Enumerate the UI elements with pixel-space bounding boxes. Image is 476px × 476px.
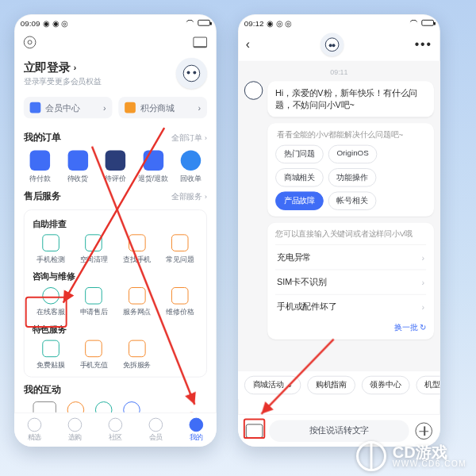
group-consult-title: 咨询与维修 <box>33 271 199 282</box>
nav-community[interactable]: 社区 <box>109 417 123 442</box>
chat-timestamp: 09:11 <box>244 69 434 77</box>
wifi-icon <box>186 20 194 26</box>
order-pending-review[interactable]: 待评价 <box>99 151 132 184</box>
greeting-bubble: Hi，亲爱的V粉，新年快乐！有什么问题，不妨问问小V吧~ <box>267 81 434 117</box>
status-bar: 09:09 ◉ ◉ ◎ <box>14 14 217 32</box>
group-selfcheck-title: 自助排查 <box>33 218 199 230</box>
order-refund[interactable]: 退货/退款 <box>136 151 169 184</box>
member-center-card[interactable]: 会员中心 › <box>24 97 113 118</box>
battery-icon <box>421 20 434 26</box>
wifi-icon <box>410 20 418 26</box>
watermark: CD游戏 WWW.CD6.COM <box>356 441 466 471</box>
watermark-site: WWW.CD6.COM <box>393 460 466 468</box>
pill-compare[interactable]: 机型对比 <box>416 376 440 395</box>
self-find-phone[interactable]: 查找手机 <box>115 234 158 264</box>
chip-function[interactable]: 功能操作 <box>328 168 377 187</box>
points-mall-card[interactable]: 积分商城 › <box>118 97 207 118</box>
repair-price[interactable]: 维修价格 <box>159 287 202 317</box>
orders-title: 我的订单 <box>24 131 61 144</box>
avatar[interactable] <box>176 58 207 89</box>
service-outlets[interactable]: 服务网点 <box>115 287 158 317</box>
order-pending-pay[interactable]: 待付款 <box>24 151 56 184</box>
login-subtitle: 登录享受更多会员权益 <box>24 76 102 87</box>
phone-right-chatbot: 09:12 ◉ ◎ ◎ ‹ ••• 09:11 Hi，亲爱的V粉，新年快乐！有什… <box>238 14 440 447</box>
quick-pill-row[interactable]: 商城活动 ⌄ 购机指南 领券中心 机型对比 以 <box>238 370 440 399</box>
aftersale-card: 自助排查 手机检测 空间清理 查找手机 常见问题 咨询与维修 在线客服 申请售后… <box>24 209 207 378</box>
order-pending-receive[interactable]: 待收货 <box>61 151 94 184</box>
chip-fault[interactable]: 产品故障 <box>275 191 324 210</box>
order-recycle[interactable]: 回收单 <box>175 151 207 184</box>
status-time: 09:09 <box>21 18 40 27</box>
faq-broken[interactable]: 手机或配件坏了› <box>275 294 426 319</box>
watermark-brand: CD游戏 <box>393 444 466 460</box>
self-faq[interactable]: 常见问题 <box>159 234 202 264</box>
faq-refresh[interactable]: 换一批 ↻ <box>275 319 426 333</box>
self-phone-check[interactable]: 手机检测 <box>29 234 72 264</box>
nav-vip[interactable]: 会员 <box>149 417 163 442</box>
aftersale-more[interactable]: 全部服务 › <box>171 191 207 202</box>
hold-to-talk-button[interactable]: 按住说话转文字 <box>269 420 409 441</box>
apply-aftersale[interactable]: 申请售后 <box>72 287 115 317</box>
battery-icon <box>198 20 210 26</box>
chip-account[interactable]: 帐号相关 <box>328 191 377 210</box>
cart-icon[interactable] <box>193 36 207 48</box>
free-film[interactable]: 免费贴膜 <box>29 340 72 370</box>
faq-charge[interactable]: 充电异常› <box>275 244 426 269</box>
capability-card: 看看全能的小V都能解决什么问题吧~ 热门问题 OriginOS 商城相关 功能操… <box>267 123 434 217</box>
chat-bot-avatar <box>321 33 344 56</box>
nav-profile[interactable]: 我的 <box>190 417 204 442</box>
chips-label: 看看全能的小V都能解决什么问题吧~ <box>277 129 424 140</box>
pill-buy-guide[interactable]: 购机指南 <box>307 376 355 395</box>
back-chevron-icon[interactable]: ‹ <box>246 37 250 52</box>
phone-left-profile: 09:09 ◉ ◉ ◎ 立即登录 › 登录享受更多会员权益 会员中心 › <box>14 14 217 447</box>
faq-sim[interactable]: SIM卡不识别› <box>275 269 426 294</box>
status-bar: 09:12 ◉ ◎ ◎ <box>238 14 440 32</box>
bot-mini-avatar <box>244 81 263 100</box>
settings-gear-icon[interactable] <box>24 36 36 48</box>
nav-shop[interactable]: 选购 <box>68 417 83 442</box>
faq-card: 您可以直接输入关键词或者这样问小V哦 充电异常› SIM卡不识别› 手机或配件坏… <box>267 223 434 340</box>
plus-attachment-icon[interactable] <box>415 422 432 440</box>
faq-hint: 您可以直接输入关键词或者这样问小V哦 <box>275 228 426 240</box>
bottom-nav: 精选 选购 社区 会员 我的 <box>14 413 217 447</box>
pill-mall-activity[interactable]: 商城活动 ⌄ <box>244 376 301 395</box>
self-space-clean[interactable]: 空间清理 <box>72 234 115 264</box>
chip-hot[interactable]: 热门问题 <box>275 145 324 164</box>
chip-mall[interactable]: 商城相关 <box>275 168 324 187</box>
phone-recharge[interactable]: 手机充值 <box>72 340 115 370</box>
member-icon <box>30 102 41 113</box>
orders-more[interactable]: 全部订单 › <box>171 132 207 143</box>
more-dots-icon[interactable]: ••• <box>415 37 432 52</box>
nav-featured[interactable]: 精选 <box>28 417 42 442</box>
chip-originos[interactable]: OriginOS <box>328 145 378 164</box>
watermark-logo-icon <box>356 441 386 471</box>
points-icon <box>125 102 136 113</box>
no-disassemble[interactable]: 免拆服务 <box>115 340 158 370</box>
pill-coupon[interactable]: 领券中心 <box>362 376 410 395</box>
interact-title: 我的互动 <box>24 384 61 397</box>
aftersale-title: 售后服务 <box>24 190 61 203</box>
status-time: 09:12 <box>244 18 264 27</box>
login-link[interactable]: 立即登录 › <box>24 60 102 75</box>
annotation-focus-keyboard-toggle <box>244 419 265 439</box>
annotation-focus-online-service <box>25 297 67 328</box>
login-title: 立即登录 <box>24 60 71 75</box>
